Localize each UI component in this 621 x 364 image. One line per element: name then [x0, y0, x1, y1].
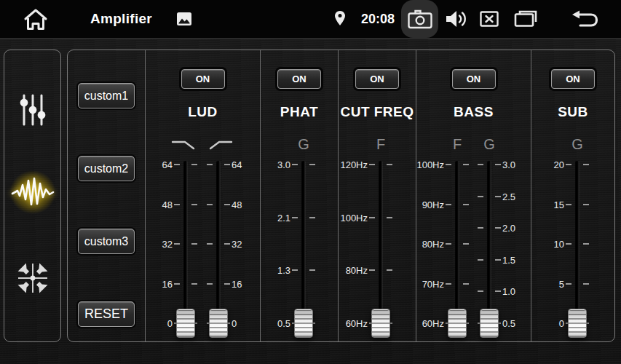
tick-label: 0 [559, 318, 564, 329]
reset-button[interactable]: RESET [78, 301, 135, 327]
tick-label: 120Hz [340, 159, 368, 170]
channel-title: CUT FREQ [339, 104, 416, 120]
tick-marks [224, 164, 230, 324]
home-button[interactable] [22, 7, 50, 32]
close-app-button[interactable] [480, 11, 499, 27]
tick-marks [387, 164, 392, 324]
sidebar [4, 50, 61, 342]
lud-right-slider: 64 48 32 16 0 [146, 165, 260, 323]
close-window-icon [480, 11, 499, 27]
tick-label: 2.0 [502, 223, 515, 234]
sidebar-item-sound-effects[interactable] [9, 170, 56, 214]
clock: 20:08 [361, 12, 395, 27]
tick-label: 1.0 [502, 286, 515, 297]
channel-title: SUB [531, 104, 614, 120]
tick-marks [495, 164, 501, 324]
frequency-label: F [363, 136, 399, 153]
tick-label: 0 [232, 318, 237, 329]
custom2-button[interactable]: custom2 [78, 156, 135, 181]
tick-label: 32 [232, 239, 242, 250]
tick-marks [309, 164, 315, 324]
speakers-balance-icon [16, 261, 50, 295]
channel-lud: ON LUD 64 48 32 16 0 64 48 32 16 [146, 50, 261, 341]
sub-slider: G 20 15 10 5 0 [531, 165, 614, 323]
home-icon [22, 7, 50, 32]
camera-icon [408, 9, 432, 29]
location-pin-icon [334, 10, 346, 26]
slider-thumb[interactable] [371, 309, 390, 338]
amplifier-panel: custom1 custom2 custom3 RESET ON LUD 64 … [67, 50, 615, 342]
gallery-icon [177, 12, 191, 25]
tick-label: 2.1 [277, 212, 290, 223]
gallery-button[interactable] [177, 12, 191, 25]
back-icon [570, 9, 601, 29]
channel-title: BASS [416, 104, 531, 120]
tick-label: 64 [232, 159, 242, 170]
tick-label: 3.0 [502, 159, 515, 170]
tick-marks [292, 164, 298, 324]
channel-title: PHAT [261, 104, 338, 120]
tick-label: 80Hz [346, 265, 368, 276]
presets-column: custom1 custom2 custom3 RESET [68, 50, 146, 341]
custom3-button[interactable]: custom3 [78, 229, 135, 254]
channel-cut-freq: ON CUT FREQ F 120Hz 100Hz 80Hz 60Hz [339, 50, 416, 341]
page-title: Amplifier [90, 11, 152, 27]
volume-button[interactable] [445, 9, 467, 28]
tick-label: 10 [554, 239, 564, 250]
tick-label: 60Hz [346, 318, 368, 329]
tick-label: 0.5 [277, 318, 290, 329]
status-bar: Amplifier 20:08 [0, 0, 621, 39]
slider-thumb[interactable] [568, 309, 587, 338]
screenshot-button[interactable] [401, 0, 438, 38]
back-button[interactable] [570, 9, 601, 29]
highpass-curve-icon [203, 138, 234, 151]
bass-on-button[interactable]: ON [452, 69, 496, 89]
gain-label: G [285, 136, 322, 153]
sidebar-item-equalizer[interactable] [9, 88, 56, 132]
tick-label: 3.0 [277, 159, 290, 170]
tick-label: 20 [554, 159, 564, 170]
slider-thumb[interactable] [209, 309, 228, 338]
channel-title: LUD [146, 104, 260, 120]
tick-marks [478, 164, 483, 324]
tick-marks [566, 164, 571, 324]
tick-label: 16 [232, 278, 242, 289]
channel-sub: ON SUB G 20 15 10 5 0 [531, 50, 614, 341]
cut-freq-slider: F 120Hz 100Hz 80Hz 60Hz [339, 165, 416, 323]
phat-on-button[interactable]: ON [277, 69, 321, 89]
tick-label: 15 [554, 199, 564, 210]
tick-label: 2.5 [502, 191, 515, 202]
channel-bass: ON BASS F 100Hz 90Hz 80Hz 70Hz 60Hz G 3.… [416, 50, 531, 341]
slider-thumb[interactable] [480, 309, 499, 338]
phat-slider: G 3.0 2.1 1.3 0.5 [261, 165, 338, 323]
sidebar-item-balance[interactable] [9, 256, 56, 300]
gain-label: G [559, 136, 596, 153]
cut-freq-on-button[interactable]: ON [355, 69, 399, 89]
tick-marks [207, 164, 213, 324]
tick-marks [369, 164, 375, 324]
tick-label: 100Hz [340, 212, 368, 223]
volume-icon [445, 9, 467, 28]
tick-label: 1.3 [277, 265, 290, 276]
tick-label: 5 [559, 278, 564, 289]
waveform-icon [11, 174, 55, 210]
sub-on-button[interactable]: ON [551, 69, 595, 89]
custom1-button[interactable]: custom1 [78, 83, 135, 108]
tick-label: 48 [232, 199, 242, 210]
tick-marks [583, 164, 589, 324]
gain-label: G [471, 136, 507, 153]
lowpass-curve-icon [170, 138, 201, 151]
recent-apps-icon [514, 10, 537, 28]
channel-phat: ON PHAT G 3.0 2.1 1.3 0.5 [261, 50, 339, 341]
lud-on-button[interactable]: ON [181, 69, 225, 89]
recent-apps-button[interactable] [514, 10, 537, 28]
frequency-label: F [439, 136, 475, 153]
bass-gain-slider: G 3.0 2.5 2.0 1.5 1.0 0.5 [416, 165, 531, 323]
tick-label: 1.5 [502, 254, 515, 265]
equalizer-sliders-icon [19, 93, 47, 127]
slider-thumb[interactable] [294, 309, 313, 338]
tick-label: 0.5 [502, 318, 515, 329]
